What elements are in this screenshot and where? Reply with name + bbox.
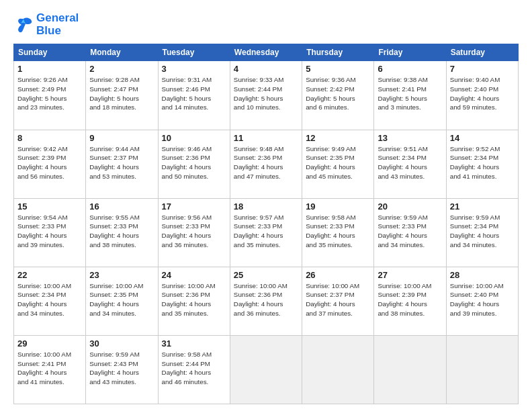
day-info: Sunrise: 9:59 AM Sunset: 2:33 PM Dayligh…	[378, 213, 442, 250]
calendar-cell: 11Sunrise: 9:48 AM Sunset: 2:36 PM Dayli…	[230, 130, 302, 198]
day-info: Sunrise: 9:38 AM Sunset: 2:41 PM Dayligh…	[378, 75, 442, 112]
calendar-cell: 29Sunrise: 10:00 AM Sunset: 2:41 PM Dayl…	[14, 335, 86, 404]
day-info: Sunrise: 10:00 AM Sunset: 2:34 PM Daylig…	[17, 281, 82, 318]
day-number: 19	[306, 201, 370, 212]
day-number: 30	[89, 338, 154, 349]
calendar-cell	[302, 335, 374, 404]
day-info: Sunrise: 9:56 AM Sunset: 2:33 PM Dayligh…	[162, 213, 226, 250]
calendar-cell: 31Sunrise: 9:58 AM Sunset: 2:44 PM Dayli…	[158, 335, 230, 404]
day-number: 29	[17, 338, 82, 349]
calendar-cell: 15Sunrise: 9:54 AM Sunset: 2:33 PM Dayli…	[14, 198, 86, 267]
day-info: Sunrise: 9:58 AM Sunset: 2:33 PM Dayligh…	[306, 213, 370, 250]
day-number: 8	[17, 133, 82, 143]
calendar-cell: 6Sunrise: 9:38 AM Sunset: 2:41 PM Daylig…	[374, 61, 446, 130]
calendar-cell: 10Sunrise: 9:46 AM Sunset: 2:36 PM Dayli…	[158, 130, 230, 198]
calendar-cell: 13Sunrise: 9:51 AM Sunset: 2:34 PM Dayli…	[374, 130, 446, 198]
day-info: Sunrise: 9:49 AM Sunset: 2:35 PM Dayligh…	[306, 144, 370, 181]
calendar-cell: 26Sunrise: 10:00 AM Sunset: 2:37 PM Dayl…	[302, 267, 374, 335]
calendar-cell: 23Sunrise: 10:00 AM Sunset: 2:35 PM Dayl…	[86, 267, 158, 335]
calendar-cell: 12Sunrise: 9:49 AM Sunset: 2:35 PM Dayli…	[302, 130, 374, 198]
calendar-cell: 9Sunrise: 9:44 AM Sunset: 2:37 PM Daylig…	[86, 130, 158, 198]
calendar-table: SundayMondayTuesdayWednesdayThursdayFrid…	[13, 44, 519, 404]
day-number: 16	[89, 201, 154, 212]
day-info: Sunrise: 10:00 AM Sunset: 2:35 PM Daylig…	[89, 281, 154, 318]
day-number: 6	[378, 64, 442, 74]
day-info: Sunrise: 9:58 AM Sunset: 2:44 PM Dayligh…	[162, 350, 226, 387]
calendar-cell	[374, 335, 446, 404]
day-number: 26	[306, 270, 370, 280]
day-number: 24	[162, 270, 226, 280]
day-info: Sunrise: 10:00 AM Sunset: 2:40 PM Daylig…	[450, 281, 515, 318]
day-info: Sunrise: 9:46 AM Sunset: 2:36 PM Dayligh…	[162, 144, 226, 181]
day-number: 2	[89, 64, 154, 74]
day-info: Sunrise: 9:36 AM Sunset: 2:42 PM Dayligh…	[306, 75, 370, 112]
header: General Blue	[13, 12, 519, 37]
day-number: 5	[306, 64, 370, 74]
day-info: Sunrise: 9:40 AM Sunset: 2:40 PM Dayligh…	[450, 75, 515, 112]
calendar-cell	[446, 335, 518, 404]
day-info: Sunrise: 9:42 AM Sunset: 2:39 PM Dayligh…	[17, 144, 82, 181]
day-info: Sunrise: 9:57 AM Sunset: 2:33 PM Dayligh…	[234, 213, 298, 250]
day-info: Sunrise: 10:00 AM Sunset: 2:39 PM Daylig…	[378, 281, 442, 318]
calendar-cell: 5Sunrise: 9:36 AM Sunset: 2:42 PM Daylig…	[302, 61, 374, 130]
day-number: 22	[17, 270, 82, 280]
day-number: 20	[378, 201, 442, 212]
weekday-header-saturday: Saturday	[446, 44, 518, 61]
calendar-cell: 22Sunrise: 10:00 AM Sunset: 2:34 PM Dayl…	[14, 267, 86, 335]
day-number: 12	[306, 133, 370, 143]
calendar-cell: 16Sunrise: 9:55 AM Sunset: 2:33 PM Dayli…	[86, 198, 158, 267]
day-number: 9	[89, 133, 154, 143]
day-number: 10	[162, 133, 226, 143]
calendar-cell: 28Sunrise: 10:00 AM Sunset: 2:40 PM Dayl…	[446, 267, 518, 335]
day-number: 1	[17, 64, 82, 74]
calendar-cell: 7Sunrise: 9:40 AM Sunset: 2:40 PM Daylig…	[446, 61, 518, 130]
day-info: Sunrise: 10:00 AM Sunset: 2:37 PM Daylig…	[306, 281, 370, 318]
calendar-cell: 8Sunrise: 9:42 AM Sunset: 2:39 PM Daylig…	[14, 130, 86, 198]
day-info: Sunrise: 9:51 AM Sunset: 2:34 PM Dayligh…	[378, 144, 442, 181]
weekday-header-sunday: Sunday	[14, 44, 86, 61]
day-number: 13	[378, 133, 442, 143]
day-info: Sunrise: 9:33 AM Sunset: 2:44 PM Dayligh…	[234, 75, 298, 112]
day-number: 28	[450, 270, 515, 280]
day-info: Sunrise: 9:59 AM Sunset: 2:34 PM Dayligh…	[450, 213, 515, 250]
calendar-cell: 24Sunrise: 10:00 AM Sunset: 2:36 PM Dayl…	[158, 267, 230, 335]
calendar-cell: 27Sunrise: 10:00 AM Sunset: 2:39 PM Dayl…	[374, 267, 446, 335]
day-number: 11	[234, 133, 298, 143]
day-info: Sunrise: 9:52 AM Sunset: 2:34 PM Dayligh…	[450, 144, 515, 181]
logo-icon	[13, 15, 34, 35]
weekday-header-tuesday: Tuesday	[158, 44, 230, 61]
day-number: 25	[234, 270, 298, 280]
logo: General Blue	[13, 12, 79, 37]
weekday-header-friday: Friday	[374, 44, 446, 61]
day-number: 17	[162, 201, 226, 212]
day-number: 18	[234, 201, 298, 212]
page: General Blue SundayMondayTuesdayWednesda…	[0, 0, 532, 411]
day-number: 7	[450, 64, 515, 74]
day-number: 15	[17, 201, 82, 212]
day-info: Sunrise: 10:00 AM Sunset: 2:41 PM Daylig…	[17, 350, 82, 387]
day-info: Sunrise: 9:54 AM Sunset: 2:33 PM Dayligh…	[17, 213, 82, 250]
day-number: 23	[89, 270, 154, 280]
day-number: 4	[234, 64, 298, 74]
weekday-header-wednesday: Wednesday	[230, 44, 302, 61]
day-info: Sunrise: 9:55 AM Sunset: 2:33 PM Dayligh…	[89, 213, 154, 250]
day-info: Sunrise: 9:48 AM Sunset: 2:36 PM Dayligh…	[234, 144, 298, 181]
weekday-header-thursday: Thursday	[302, 44, 374, 61]
calendar-cell: 4Sunrise: 9:33 AM Sunset: 2:44 PM Daylig…	[230, 61, 302, 130]
calendar-cell: 17Sunrise: 9:56 AM Sunset: 2:33 PM Dayli…	[158, 198, 230, 267]
day-info: Sunrise: 10:00 AM Sunset: 2:36 PM Daylig…	[234, 281, 298, 318]
day-info: Sunrise: 9:31 AM Sunset: 2:46 PM Dayligh…	[162, 75, 226, 112]
calendar-cell	[230, 335, 302, 404]
weekday-header-monday: Monday	[86, 44, 158, 61]
logo-text: General Blue	[36, 12, 79, 37]
calendar-cell: 19Sunrise: 9:58 AM Sunset: 2:33 PM Dayli…	[302, 198, 374, 267]
day-number: 3	[162, 64, 226, 74]
calendar-cell: 1Sunrise: 9:26 AM Sunset: 2:49 PM Daylig…	[14, 61, 86, 130]
day-info: Sunrise: 10:00 AM Sunset: 2:36 PM Daylig…	[162, 281, 226, 318]
day-info: Sunrise: 9:44 AM Sunset: 2:37 PM Dayligh…	[89, 144, 154, 181]
calendar-cell: 20Sunrise: 9:59 AM Sunset: 2:33 PM Dayli…	[374, 198, 446, 267]
calendar-cell: 30Sunrise: 9:59 AM Sunset: 2:43 PM Dayli…	[86, 335, 158, 404]
calendar-cell: 3Sunrise: 9:31 AM Sunset: 2:46 PM Daylig…	[158, 61, 230, 130]
day-info: Sunrise: 9:28 AM Sunset: 2:47 PM Dayligh…	[89, 75, 154, 112]
day-info: Sunrise: 9:26 AM Sunset: 2:49 PM Dayligh…	[17, 75, 82, 112]
